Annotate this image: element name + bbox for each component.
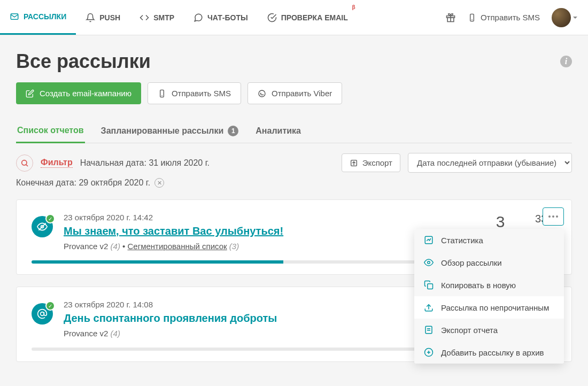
menu-label: Копировать в новую — [441, 281, 516, 290]
stats-icon — [424, 235, 434, 245]
check-badge-icon: ✓ — [45, 214, 55, 223]
menu-export-report[interactable]: Экспорт отчета — [414, 319, 564, 341]
list-count: (4) — [111, 329, 120, 338]
tabs: Список отчетов Запланированные рассылки … — [16, 119, 572, 143]
nav-smtp[interactable]: SMTP — [130, 1, 184, 34]
avatar — [552, 8, 571, 27]
tab-badge: 1 — [228, 126, 238, 136]
stat-number: 3 — [476, 213, 524, 231]
segment-count: (3) — [229, 242, 239, 251]
filter-row: Фильтр Начальная дата: 31 июля 2020 г. Э… — [16, 153, 572, 173]
search-button[interactable] — [16, 155, 33, 172]
nav-campaigns[interactable]: РАССЫЛКИ — [0, 0, 76, 35]
filter-link[interactable]: Фильтр — [41, 158, 73, 168]
filter-right: Экспорт Дата последней отправки (убывани… — [342, 153, 572, 173]
menu-archive[interactable]: Добавить рассылку в архив — [414, 341, 564, 364]
svg-point-9 — [22, 160, 27, 165]
eye-off-icon — [37, 221, 48, 232]
sort-select[interactable]: Дата последней отправки (убывание) — [408, 153, 572, 173]
send-sms-button[interactable]: Отправить SMS — [148, 82, 241, 104]
export-button[interactable]: Экспорт — [342, 153, 400, 172]
menu-statistics[interactable]: Статистика — [414, 229, 564, 251]
card-more-button[interactable] — [543, 207, 564, 226]
menu-label: Статистика — [441, 236, 483, 245]
status-icon: ✓ — [32, 216, 53, 237]
svg-point-19 — [428, 261, 430, 264]
tab-label: Аналитика — [256, 126, 301, 136]
beta-badge: β — [352, 4, 355, 10]
phone-icon — [468, 13, 476, 22]
check-badge-icon: ✓ — [45, 301, 55, 311]
export-icon — [350, 159, 358, 167]
action-buttons: Создать email-кампанию Отправить SMS Отп… — [16, 82, 572, 104]
svg-rect-6 — [160, 90, 164, 97]
button-label: Отправить SMS — [172, 89, 231, 98]
nav-left: РАССЫЛКИ PUSH SMTP ЧАТ-БОТЫ ПРОВЕРКА EMA… — [0, 0, 445, 35]
gift-icon[interactable] — [445, 12, 456, 23]
tab-reports[interactable]: Список отчетов — [16, 119, 85, 143]
edit-icon — [26, 89, 34, 98]
svg-point-13 — [548, 215, 551, 218]
svg-point-28 — [41, 312, 44, 316]
svg-line-10 — [26, 165, 28, 166]
page-title-row: Все рассылки i — [16, 50, 572, 73]
send-sms-label: Отправить SMS — [481, 13, 540, 22]
eye-icon — [424, 258, 434, 267]
bell-icon — [86, 13, 95, 22]
nav-emailcheck[interactable]: ПРОВЕРКА EMAIL β — [258, 1, 358, 34]
code-icon — [140, 13, 149, 22]
at-icon — [37, 308, 48, 319]
nav-chatbots[interactable]: ЧАТ-БОТЫ — [184, 1, 258, 34]
copy-icon — [424, 280, 434, 290]
end-date-row: Конечная дата: 29 октября 2020 г. ✕ — [16, 178, 572, 188]
viber-icon — [258, 89, 266, 98]
check-circle-icon — [267, 13, 277, 22]
user-menu[interactable] — [552, 8, 577, 27]
list-name: Provance v2 — [64, 242, 108, 251]
menu-label: Экспорт отчета — [441, 326, 498, 335]
button-label: Экспорт — [362, 158, 392, 167]
create-campaign-button[interactable]: Создать email-кампанию — [16, 82, 141, 104]
nav-right: Отправить SMS — [445, 8, 577, 27]
send-viber-button[interactable]: Отправить Viber — [247, 82, 342, 104]
report-icon — [424, 325, 434, 335]
send-sms-link[interactable]: Отправить SMS — [468, 13, 540, 22]
svg-rect-20 — [428, 284, 433, 289]
menu-label: Рассылка по непрочитанным — [441, 303, 549, 312]
campaign-card: ✓ 23 октября 2020 г. 14:42 Мы знаем, что… — [16, 199, 572, 275]
list-name: Provance v2 — [64, 329, 108, 338]
nav-label: РАССЫЛКИ — [24, 12, 66, 21]
search-icon — [20, 159, 29, 167]
button-label: Создать email-кампанию — [40, 89, 131, 98]
info-icon[interactable]: i — [560, 56, 572, 67]
nav-label: PUSH — [99, 13, 120, 22]
tab-analytics[interactable]: Аналитика — [254, 119, 302, 143]
nav-label: SMTP — [153, 13, 174, 22]
nav-push[interactable]: PUSH — [76, 1, 130, 34]
segment-link[interactable]: Сегментированный список — [128, 242, 227, 251]
menu-overview[interactable]: Обзор рассылки — [414, 251, 564, 274]
svg-point-8 — [259, 90, 265, 97]
menu-label: Добавить рассылку в архив — [441, 348, 544, 357]
menu-resend-unread[interactable]: Рассылка по непрочитанным — [414, 296, 564, 319]
clear-filter-icon[interactable]: ✕ — [154, 178, 164, 188]
menu-copy[interactable]: Копировать в новую — [414, 274, 564, 296]
list-count: (4) — [111, 242, 120, 251]
card-meta: Provance v2 (4) • Сегментированный списо… — [64, 242, 466, 251]
tab-label: Список отчетов — [17, 126, 84, 135]
page-content: Все рассылки i Создать email-кампанию От… — [0, 35, 588, 362]
nav-label: ЧАТ-БОТЫ — [207, 13, 248, 22]
filter-left: Фильтр Начальная дата: 31 июля 2020 г. — [16, 155, 210, 172]
progress-fill — [32, 260, 283, 264]
nav-label: ПРОВЕРКА EMAIL — [281, 13, 348, 22]
upload-icon — [424, 303, 434, 312]
dots-icon — [548, 215, 559, 218]
tab-scheduled[interactable]: Запланированные рассылки 1 — [100, 119, 240, 143]
chat-icon — [194, 13, 203, 22]
card-title-link[interactable]: Мы знаем, что заставит Вас улыбнуться! — [64, 225, 466, 237]
svg-rect-4 — [470, 14, 474, 21]
tab-label: Запланированные рассылки — [101, 126, 224, 136]
menu-label: Обзор рассылки — [441, 258, 502, 267]
card-main: 23 октября 2020 г. 14:42 Мы знаем, что з… — [64, 213, 466, 251]
mail-icon — [10, 12, 19, 21]
